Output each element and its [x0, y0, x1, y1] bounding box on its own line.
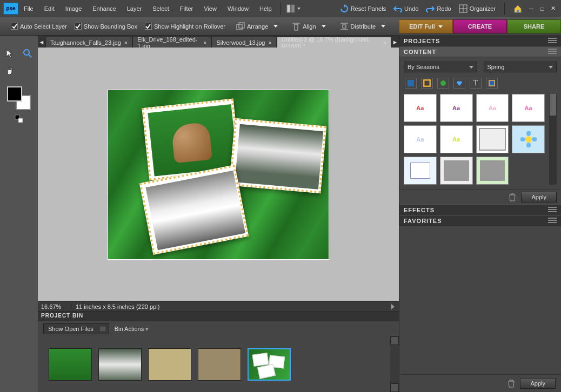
show-highlight-rollover-checkbox[interactable]: Show Highlight on Rollover: [145, 23, 225, 30]
filter-text-icon[interactable]: T: [470, 78, 482, 89]
content-item[interactable]: [476, 125, 509, 153]
content-item[interactable]: Aa: [476, 94, 509, 122]
project-bin-panel: PROJECT BIN Show Open Files Bin Actions …: [38, 311, 399, 392]
menu-file[interactable]: File: [18, 3, 39, 14]
content-item[interactable]: Aa: [440, 125, 473, 153]
menu-image[interactable]: Image: [60, 3, 88, 14]
favorites-apply-button[interactable]: Apply: [520, 378, 556, 389]
scroll-up-button[interactable]: [390, 336, 399, 345]
document-tab[interactable]: Taughannock_Falls_23.jpg×: [45, 37, 132, 48]
bin-thumbnail[interactable]: [49, 348, 92, 381]
content-item[interactable]: [404, 157, 437, 185]
svg-point-19: [440, 80, 446, 86]
filter-shapes-icon[interactable]: [453, 78, 465, 89]
effects-panel-header[interactable]: EFFECTS: [399, 205, 561, 215]
zoom-level-field[interactable]: 16.67%: [38, 303, 71, 310]
organizer-button[interactable]: Organizer: [457, 3, 498, 14]
default-colors-button[interactable]: [15, 114, 23, 123]
bin-thumbnail[interactable]: [198, 348, 241, 381]
menu-help[interactable]: Help: [254, 3, 277, 14]
document-tab-active[interactable]: Untitled-3 @ 16.7% (Background, RGB/8) *…: [277, 37, 391, 48]
status-info-menu-button[interactable]: [391, 304, 395, 309]
content-item[interactable]: [476, 157, 509, 185]
filter-backgrounds-icon[interactable]: [405, 78, 417, 89]
bin-thumbnail[interactable]: [148, 348, 191, 381]
content-item[interactable]: [512, 125, 545, 153]
trash-icon[interactable]: [508, 193, 517, 201]
content-item[interactable]: Aa: [404, 94, 437, 122]
auto-select-layer-checkbox[interactable]: Auto Select Layer: [11, 23, 67, 30]
bin-thumbnail[interactable]: [98, 348, 142, 381]
window-close-button[interactable]: ✕: [549, 5, 557, 12]
foreground-color-swatch[interactable]: [7, 86, 22, 102]
tab-scroll-left-button[interactable]: ◄: [38, 37, 45, 48]
project-bin-header[interactable]: PROJECT BIN: [38, 312, 399, 321]
reset-panels-button[interactable]: Reset Panels: [338, 3, 388, 14]
canvas-viewport[interactable]: [38, 48, 399, 301]
mode-share-button[interactable]: SHARE: [507, 19, 561, 33]
filter-graphics-icon[interactable]: [437, 78, 449, 89]
menu-view[interactable]: View: [198, 3, 222, 14]
photo-frame-waterfall-1[interactable]: [229, 118, 326, 193]
content-scrollbar[interactable]: [549, 94, 557, 185]
mode-create-button[interactable]: CREATE: [453, 19, 507, 33]
show-open-files-dropdown[interactable]: Show Open Files: [43, 323, 109, 334]
menu-filter[interactable]: Filter: [175, 3, 198, 14]
undo-button[interactable]: Undo: [391, 3, 420, 14]
content-subcategory-dropdown[interactable]: Spring: [484, 62, 557, 72]
menu-window[interactable]: Window: [222, 3, 254, 14]
content-panel-header[interactable]: CONTENT: [399, 46, 561, 57]
close-tab-icon[interactable]: ×: [203, 39, 206, 46]
window-minimize-button[interactable]: ─: [527, 5, 535, 12]
close-tab-icon[interactable]: ×: [124, 39, 128, 46]
menu-edit[interactable]: Edit: [39, 3, 60, 14]
filter-themes-icon[interactable]: [486, 78, 498, 89]
document-tab[interactable]: Elk_Drive_168_edited-1.jpg×: [132, 37, 211, 48]
content-category-dropdown[interactable]: By Seasons: [404, 62, 477, 72]
redo-button[interactable]: Redo: [424, 3, 453, 14]
welcome-button[interactable]: [511, 3, 524, 14]
filter-frames-icon[interactable]: [421, 78, 433, 89]
bin-actions-dropdown[interactable]: Bin Actions ▾: [115, 326, 149, 333]
document-tab[interactable]: Silverwood_13.jpg×: [211, 37, 276, 48]
right-panel-column: PROJECTS CONTENT By Seasons Spring T Aa …: [399, 36, 561, 392]
show-bounding-box-checkbox[interactable]: Show Bounding Box: [75, 23, 137, 30]
svg-rect-17: [408, 80, 414, 86]
mode-edit-button[interactable]: EDIT Full: [399, 19, 453, 33]
arrange-dropdown[interactable]: Arrange: [233, 21, 281, 32]
trash-icon[interactable]: [507, 379, 516, 388]
tab-scroll-right-button[interactable]: ►: [391, 37, 399, 48]
content-item[interactable]: Aa: [512, 94, 545, 122]
toolbox: [0, 36, 38, 392]
content-item[interactable]: [440, 157, 473, 185]
bin-thumbnail-selected[interactable]: [248, 348, 291, 381]
document-canvas[interactable]: [108, 90, 329, 260]
panel-menu-icon[interactable]: [548, 218, 557, 224]
align-dropdown[interactable]: Align: [289, 21, 329, 32]
move-tool-button[interactable]: [3, 46, 18, 60]
favorites-panel-header[interactable]: FAVORITES: [399, 215, 561, 226]
distribute-dropdown[interactable]: Distribute: [337, 21, 389, 32]
menu-layer[interactable]: Layer: [122, 3, 148, 14]
color-swatches[interactable]: [7, 86, 31, 110]
content-apply-button[interactable]: Apply: [521, 192, 557, 202]
arrange-documents-button[interactable]: [284, 3, 303, 14]
svg-line-14: [29, 55, 31, 57]
projects-panel-header[interactable]: PROJECTS: [399, 36, 561, 46]
hand-tool-button[interactable]: [3, 64, 18, 78]
panel-menu-icon[interactable]: [548, 49, 557, 55]
close-tab-icon[interactable]: ×: [383, 39, 386, 46]
content-item[interactable]: Aa: [404, 125, 437, 153]
content-item[interactable]: Aa: [440, 94, 473, 122]
panel-menu-icon[interactable]: [548, 38, 557, 44]
svg-rect-1: [291, 5, 295, 12]
menu-enhance[interactable]: Enhance: [87, 3, 121, 14]
window-maximize-button[interactable]: □: [538, 5, 546, 12]
bin-scrollbar[interactable]: [390, 336, 399, 392]
menu-select[interactable]: Select: [147, 3, 175, 14]
close-tab-icon[interactable]: ×: [268, 39, 271, 46]
svg-point-23: [526, 131, 531, 136]
panel-menu-icon[interactable]: [548, 207, 557, 213]
zoom-tool-button[interactable]: [20, 46, 35, 60]
scroll-down-button[interactable]: [390, 383, 399, 392]
